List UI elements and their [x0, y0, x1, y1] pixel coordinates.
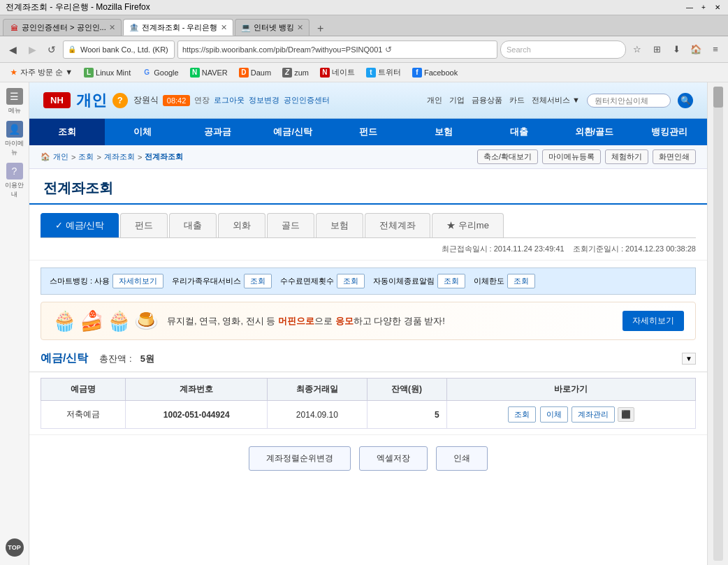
print-screen-button[interactable]: 화면인쇄 [653, 149, 696, 164]
sidebar-mymenu-icon[interactable]: 👤 마이메뉴 [3, 121, 27, 157]
bc-inquiry[interactable]: 조회 [78, 152, 94, 162]
experience-button[interactable]: 체험하기 [605, 149, 648, 164]
bookmark-nate[interactable]: N 네이트 [317, 66, 358, 79]
banner-icon-3: 🧁 [107, 309, 131, 332]
my-menu-register-button[interactable]: 마이메뉴등록 [542, 149, 601, 164]
info-change-link[interactable]: 정보변경 [249, 95, 279, 105]
top-nav-funds[interactable]: 펀드 [330, 119, 406, 145]
smart-banking-item: 스마트뱅킹 : 사용 자세히보기 [50, 274, 163, 288]
tab-gold[interactable]: 골드 [267, 213, 314, 237]
account-manage-button[interactable]: 계좌관리 [572, 406, 615, 423]
cell-name: 저축예금 [41, 401, 126, 429]
savings-dropdown-button[interactable]: ▼ [682, 353, 696, 365]
bookmark-daum[interactable]: D Daum [236, 66, 274, 79]
nav-card[interactable]: 카드 [509, 95, 525, 105]
tab-insurance[interactable]: 보험 [316, 213, 363, 237]
tab-2-icon: 🏦 [129, 22, 139, 32]
nav-products[interactable]: 금융상품 [472, 95, 502, 105]
scroll-area[interactable] [713, 87, 723, 561]
auto-transfer-button[interactable]: 조회 [437, 274, 465, 288]
naver-label: NAVER [202, 68, 228, 77]
refresh-button[interactable]: ↺ [43, 41, 60, 58]
sort-order-button[interactable]: 계좌정렬순위변경 [249, 446, 351, 471]
search-bar[interactable]: Search [500, 41, 626, 59]
home-icon[interactable]: ⊞ [648, 41, 665, 58]
bookmark-google[interactable]: G Google [139, 66, 181, 79]
tab-1[interactable]: 🏛 공인인증센터 > 공인인... ✕ [3, 19, 122, 36]
nav-individual[interactable]: 개인 [427, 95, 442, 105]
bookmark-linuxmint[interactable]: L Linux Mint [81, 66, 133, 79]
logout-link[interactable]: 로그아웃 [214, 95, 245, 105]
transfer-limit-button[interactable]: 조회 [507, 274, 535, 288]
header-search-button[interactable]: 🔍 [678, 93, 693, 108]
new-tab-button[interactable]: + [314, 22, 328, 36]
help-circle-icon[interactable]: ? [112, 93, 128, 108]
top-nav-insurance[interactable]: 보험 [406, 119, 481, 145]
url-bar[interactable]: https://spib.wooribank.com/pib/Dream?wit… [177, 41, 497, 59]
top-button[interactable]: TOP [6, 538, 24, 557]
tab-forex[interactable]: 외화 [218, 213, 265, 237]
bookmark-twitter[interactable]: t 트위터 [363, 66, 404, 79]
url-refresh-icon[interactable]: ↺ [385, 45, 392, 54]
bc-sep1: > [71, 153, 75, 161]
minimize-button[interactable]: — [685, 3, 694, 13]
fee-free-button[interactable]: 조회 [337, 274, 365, 288]
banner-detail-button[interactable]: 자세히보기 [623, 311, 684, 331]
menu-icon[interactable]: ≡ [707, 41, 724, 58]
bookmark-frequent[interactable]: ★ 자주 방문 순 ▼ [6, 66, 75, 79]
transfer-button[interactable]: 이체 [540, 406, 568, 423]
header-search-input[interactable] [587, 94, 671, 108]
savings-section-header: 예금/신탁 총잔액 : 5원 ▼ [29, 346, 707, 372]
bookmark-zum[interactable]: Z zum [279, 66, 312, 79]
window-chrome: 전계좌조회 - 우리은행 - Mozilla Firefox — + ✕ [0, 0, 728, 15]
tab-3[interactable]: 💻 인터넷 뱅킹 ✕ [235, 19, 310, 36]
bc-individual[interactable]: 개인 [53, 152, 68, 162]
sidebar-menu-icon[interactable]: ☰ 메뉴 [3, 88, 27, 115]
close-button[interactable]: ✕ [713, 3, 722, 13]
tab-funds[interactable]: 펀드 [120, 213, 168, 237]
more-options-button[interactable]: ⬛ [618, 407, 634, 422]
tab-3-close[interactable]: ✕ [297, 23, 303, 32]
resize-view-button[interactable]: 축소/확대보기 [477, 149, 538, 164]
tab-1-close[interactable]: ✕ [109, 23, 115, 32]
top-nav-loans[interactable]: 대출 [481, 119, 557, 145]
top-nav-transfer[interactable]: 이체 [105, 119, 180, 145]
bottom-buttons: 계좌정렬순위변경 엑셀저장 인쇄 [29, 434, 707, 482]
tab-all-accounts[interactable]: 전체계좌 [365, 213, 430, 237]
bc-account-inquiry[interactable]: 계좌조회 [104, 152, 135, 162]
top-nav-forex[interactable]: 외환/골드 [556, 119, 632, 145]
top-nav: 조회 이체 공과금 예금/신탁 펀드 보험 대출 외환/골드 뱅킹관리 [29, 119, 707, 145]
cert-center-link[interactable]: 공인인증센터 [284, 95, 330, 105]
back-button[interactable]: ◀ [4, 41, 21, 58]
naver-icon: N [190, 68, 200, 78]
download-icon[interactable]: ⬇ [668, 41, 685, 58]
tab-loans[interactable]: 대출 [169, 213, 217, 237]
bookmark-naver[interactable]: N NAVER [187, 66, 231, 79]
inquiry-button[interactable]: 조회 [508, 406, 536, 423]
home-btn-icon[interactable]: 🏠 [687, 41, 704, 58]
forward-button[interactable]: ▶ [24, 41, 41, 58]
tab-2[interactable]: 🏦 전계좌조회 - 우리은행 ✕ [123, 19, 233, 36]
window-controls[interactable]: — + ✕ [685, 3, 722, 13]
top-nav-banking[interactable]: 뱅킹관리 [632, 119, 707, 145]
nav-enterprise[interactable]: 기업 [449, 95, 465, 105]
excel-save-button[interactable]: 엑셀저장 [359, 446, 428, 471]
tab-woori-me[interactable]: ★ 우리me [432, 213, 504, 237]
bookmark-star-icon[interactable]: ☆ [629, 41, 646, 58]
bookmark-facebook[interactable]: f Facebook [409, 66, 460, 79]
maximize-button[interactable]: + [699, 3, 708, 13]
top-nav-public[interactable]: 공과금 [180, 119, 256, 145]
tab-2-close[interactable]: ✕ [221, 23, 227, 32]
tab-deposits[interactable]: ✓ 예금/신탁 [41, 213, 119, 237]
nav-all-services[interactable]: 전체서비스 ▼ [532, 95, 580, 105]
family-service-button[interactable]: 조회 [244, 274, 272, 288]
smart-banking-detail-button[interactable]: 자세히보기 [112, 274, 163, 288]
scroll-thumb[interactable] [713, 87, 723, 108]
session-time: 08:42 [163, 95, 191, 106]
print-button[interactable]: 인쇄 [436, 446, 488, 471]
auto-transfer-label: 자동이체종료알림 [373, 276, 435, 286]
th-account: 계좌번호 [126, 379, 268, 401]
top-nav-inquiry[interactable]: 조회 [29, 119, 105, 145]
sidebar-help-icon[interactable]: ? 이용안내 [3, 163, 27, 199]
top-nav-deposits[interactable]: 예금/신탁 [255, 119, 330, 145]
